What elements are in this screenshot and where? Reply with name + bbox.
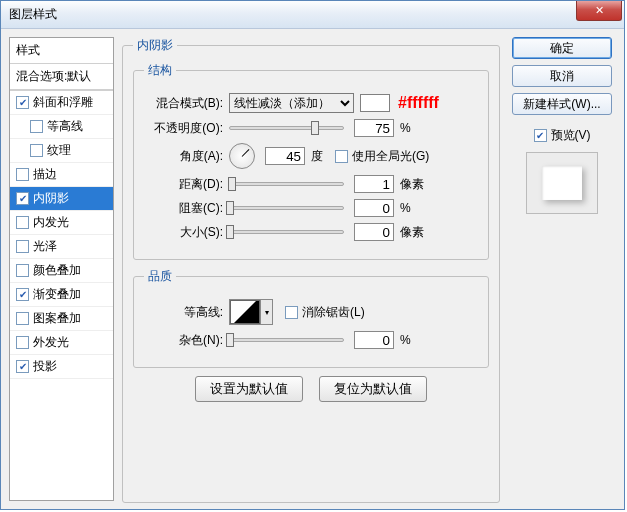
sidebar-item-label: 描边 [33,166,57,183]
group-structure: 结构 混合模式(B): 线性减淡（添加） #ffffff 不透明度(O): [133,62,489,260]
choke-input[interactable] [354,199,394,217]
main-panel: 内阴影 结构 混合模式(B): 线性减淡（添加） #ffffff 不透明度(O)… [122,37,500,501]
angle-unit: 度 [311,148,323,165]
sidebar-item-label: 内阴影 [33,190,69,207]
preview-box [526,152,598,214]
sidebar-item[interactable]: 外发光 [10,331,113,355]
checkbox-icon [16,96,29,109]
group-quality: 品质 等高线: ▾ 消除锯齿(L) 杂色(N): [133,268,489,368]
preview-label: 预览(V) [551,127,591,144]
panel-title: 内阴影 [133,37,177,54]
distance-unit: 像素 [400,176,424,193]
checkbox-icon [534,129,547,142]
dialog-window: 图层样式 ✕ 样式 混合选项:默认 斜面和浮雕等高线纹理描边内阴影内发光光泽颜色… [0,0,625,510]
sidebar-item[interactable]: 图案叠加 [10,307,113,331]
group-quality-title: 品质 [144,268,176,285]
sidebar-item-label: 颜色叠加 [33,262,81,279]
reset-default-button[interactable]: 复位为默认值 [319,376,427,402]
opacity-input[interactable] [354,119,394,137]
noise-input[interactable] [354,331,394,349]
hex-label: #ffffff [398,94,439,112]
choke-slider[interactable] [229,206,344,210]
group-structure-title: 结构 [144,62,176,79]
sidebar-item[interactable]: 内阴影 [10,187,113,211]
globallight-label: 使用全局光(G) [352,148,429,165]
sidebar-header[interactable]: 样式 [10,38,113,64]
checkbox-icon [30,144,43,157]
window-title: 图层样式 [9,6,57,23]
sidebar-item-label: 光泽 [33,238,57,255]
sidebar-item-label: 投影 [33,358,57,375]
checkbox-icon [285,306,298,319]
distance-input[interactable] [354,175,394,193]
globallight-checkbox[interactable]: 使用全局光(G) [335,148,429,165]
contour-label: 等高线: [144,304,229,321]
checkbox-icon [16,240,29,253]
checkbox-icon [16,336,29,349]
checkbox-icon [16,216,29,229]
angle-dial[interactable] [229,143,255,169]
sidebar-item[interactable]: 渐变叠加 [10,283,113,307]
right-column: 确定 取消 新建样式(W)... 预览(V) [508,37,616,501]
sidebar-item[interactable]: 纹理 [10,139,113,163]
angle-label: 角度(A): [144,148,229,165]
cancel-button[interactable]: 取消 [512,65,612,87]
close-icon: ✕ [595,4,604,17]
styles-sidebar: 样式 混合选项:默认 斜面和浮雕等高线纹理描边内阴影内发光光泽颜色叠加渐变叠加图… [9,37,114,501]
choke-unit: % [400,201,411,215]
color-swatch[interactable] [360,94,390,112]
sidebar-item[interactable]: 颜色叠加 [10,259,113,283]
sidebar-item[interactable]: 等高线 [10,115,113,139]
distance-slider[interactable] [229,182,344,186]
preview-swatch [542,166,582,200]
antialias-label: 消除锯齿(L) [302,304,365,321]
sidebar-item-label: 内发光 [33,214,69,231]
size-unit: 像素 [400,224,424,241]
checkbox-icon [16,312,29,325]
dialog-body: 样式 混合选项:默认 斜面和浮雕等高线纹理描边内阴影内发光光泽颜色叠加渐变叠加图… [1,29,624,509]
size-input[interactable] [354,223,394,241]
make-default-button[interactable]: 设置为默认值 [195,376,303,402]
size-label: 大小(S): [144,224,229,241]
sidebar-item-label: 图案叠加 [33,310,81,327]
sidebar-item-label: 等高线 [47,118,83,135]
sidebar-item-label: 斜面和浮雕 [33,94,93,111]
sidebar-item[interactable]: 光泽 [10,235,113,259]
size-slider[interactable] [229,230,344,234]
blendmode-label: 混合模式(B): [144,95,229,112]
checkbox-icon [16,264,29,277]
sidebar-item[interactable]: 内发光 [10,211,113,235]
checkbox-icon [30,120,43,133]
blendmode-select[interactable]: 线性减淡（添加） [229,93,354,113]
sidebar-item-label: 外发光 [33,334,69,351]
sidebar-item[interactable]: 斜面和浮雕 [10,90,113,115]
titlebar[interactable]: 图层样式 ✕ [1,1,624,29]
opacity-label: 不透明度(O): [144,120,229,137]
checkbox-icon [335,150,348,163]
noise-label: 杂色(N): [144,332,229,349]
choke-label: 阻塞(C): [144,200,229,217]
opacity-unit: % [400,121,411,135]
sidebar-blendopts[interactable]: 混合选项:默认 [10,64,113,90]
noise-unit: % [400,333,411,347]
sidebar-item-label: 渐变叠加 [33,286,81,303]
new-style-button[interactable]: 新建样式(W)... [512,93,612,115]
checkbox-icon [16,288,29,301]
sidebar-item[interactable]: 描边 [10,163,113,187]
chevron-down-icon: ▾ [260,300,272,324]
checkbox-icon [16,360,29,373]
checkbox-icon [16,192,29,205]
ok-button[interactable]: 确定 [512,37,612,59]
distance-label: 距离(D): [144,176,229,193]
contour-picker[interactable]: ▾ [229,299,273,325]
opacity-slider[interactable] [229,126,344,130]
angle-input[interactable] [265,147,305,165]
contour-icon [230,300,260,324]
sidebar-item-label: 纹理 [47,142,71,159]
antialias-checkbox[interactable]: 消除锯齿(L) [285,304,365,321]
noise-slider[interactable] [229,338,344,342]
checkbox-icon [16,168,29,181]
close-button[interactable]: ✕ [576,1,622,21]
sidebar-item[interactable]: 投影 [10,355,113,379]
preview-checkbox[interactable]: 预览(V) [534,127,591,144]
